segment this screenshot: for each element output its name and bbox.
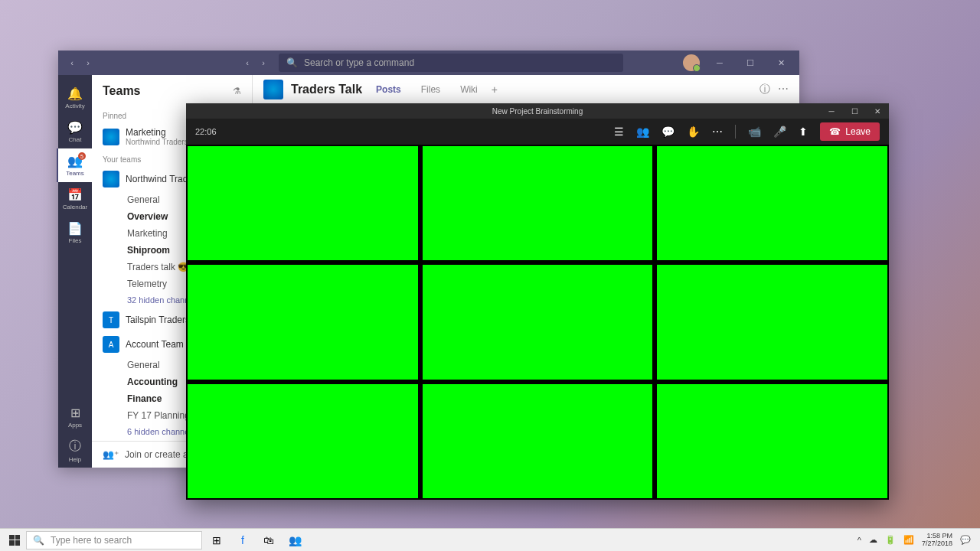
app-rail: 🔔 Activity 💬 Chat 👥5 Teams 📅 Calendar 📄 … [58,75,92,468]
system-tray: ^ ☁ 🔋 📶 1:58 PM 7/27/2018 💬 [858,533,977,548]
rail-activity[interactable]: 🔔 Activity [58,81,92,115]
search-icon: 🔍 [286,57,298,68]
wifi-icon[interactable]: 📶 [903,535,914,545]
mic-icon[interactable]: 🎤 [773,126,786,138]
camera-icon[interactable]: 📹 [748,126,761,138]
video-tile[interactable] [423,146,653,260]
meeting-title: New Project Brainstorming [492,107,583,116]
bell-icon: 🔔 [67,86,83,101]
meeting-toolbar: 22:06 ☰ 👥 💬 ✋ ⋯ 📹 🎤 ⬆ ☎ Leave [186,119,889,145]
rail-chat[interactable]: 💬 Chat [58,115,92,148]
search-placeholder: Search or type a command [304,57,414,68]
rail-help[interactable]: ⓘ Help [58,434,92,468]
participants-icon[interactable]: ☰ [614,126,624,138]
video-tile[interactable] [657,384,887,498]
video-tile[interactable] [188,146,418,260]
meeting-duration: 22:06 [195,127,217,136]
tab-files[interactable]: Files [415,84,446,95]
sidebar-title: Teams [103,84,141,98]
close-button[interactable]: ✕ [770,54,792,72]
teams-badge: 5 [78,152,86,160]
meeting-maximize[interactable]: ☐ [843,103,866,119]
more-icon[interactable]: ⋯ [778,83,789,96]
teams-icon: 👥5 [67,154,83,168]
meeting-close[interactable]: ✕ [866,103,889,119]
meeting-titlebar: New Project Brainstorming ─ ☐ ✕ [186,103,889,119]
add-tab[interactable]: + [492,83,498,96]
join-team-icon: 👥⁺ [103,449,119,460]
rail-files[interactable]: 📄 Files [58,216,92,249]
facebook-icon[interactable]: f [231,529,254,552]
battery-icon[interactable]: 🔋 [885,535,896,545]
back-button[interactable]: ‹ [66,57,78,69]
hangup-icon: ☎ [829,126,841,137]
rail-calendar[interactable]: 📅 Calendar [58,182,92,216]
rail-teams[interactable]: 👥5 Teams [57,148,92,182]
video-tile[interactable] [657,146,887,260]
leave-button[interactable]: ☎ Leave [820,122,880,141]
rail-apps[interactable]: ⊞ Apps [58,400,92,434]
meeting-window: New Project Brainstorming ─ ☐ ✕ 22:06 ☰ … [186,103,889,500]
search-icon: 🔍 [33,535,44,546]
filter-icon[interactable]: ⚗ [233,86,241,96]
share-icon[interactable]: ⬆ [799,126,808,138]
start-button[interactable] [3,529,26,552]
raise-hand-icon[interactable]: ✋ [687,126,700,138]
tab-wiki[interactable]: Wiki [454,84,484,95]
video-tile[interactable] [188,384,418,498]
video-tile[interactable] [423,265,653,379]
meeting-minimize[interactable]: ─ [820,103,843,119]
chat-icon: 💬 [67,120,83,135]
apps-icon: ⊞ [70,406,80,420]
titlebar: ‹ › ‹ › 🔍 Search or type a command ─ ☐ ✕ [58,51,799,75]
video-tile[interactable] [657,265,887,379]
tab-posts[interactable]: Posts [370,84,407,95]
video-tile[interactable] [423,384,653,498]
user-avatar[interactable] [683,54,700,71]
notifications-icon[interactable]: 💬 [960,535,971,545]
files-icon: 📄 [67,221,83,236]
onedrive-icon[interactable]: ☁ [869,535,877,545]
tray-chevron-icon[interactable]: ^ [858,536,861,545]
teams-taskbar-icon[interactable]: 👥 [283,529,306,552]
team-logo-icon [103,129,119,145]
video-tile[interactable] [188,265,418,379]
channel-title: Traders Talk [291,83,362,96]
channel-header: Traders Talk Posts Files Wiki + ⓘ ⋯ [253,75,799,104]
more-actions-icon[interactable]: ⋯ [712,126,723,138]
task-view-icon[interactable]: ⊞ [205,529,228,552]
channel-logo-icon [263,80,283,99]
team-logo-icon: A [103,336,119,353]
command-search[interactable]: 🔍 Search or type a command [279,54,623,72]
chat-icon[interactable]: 💬 [662,126,675,138]
team-logo-icon: T [103,311,119,328]
team-logo-icon [103,171,119,187]
info-icon[interactable]: ⓘ [760,83,770,96]
windows-logo-icon [9,535,20,546]
store-icon[interactable]: 🛍 [257,529,280,552]
taskbar-search[interactable]: 🔍 Type here to search [26,531,202,549]
history-forward-button[interactable]: › [257,57,270,69]
windows-taskbar: 🔍 Type here to search ⊞ f 🛍 👥 ^ ☁ 🔋 📶 1:… [0,528,980,551]
video-grid [186,145,889,500]
help-icon: ⓘ [69,439,81,455]
calendar-icon: 📅 [67,187,83,202]
history-back-button[interactable]: ‹ [241,57,253,69]
clock[interactable]: 1:58 PM 7/27/2018 [922,533,952,548]
minimize-button[interactable]: ─ [709,54,730,72]
people-icon[interactable]: 👥 [636,126,649,138]
forward-button[interactable]: › [82,57,94,69]
maximize-button[interactable]: ☐ [740,54,761,72]
